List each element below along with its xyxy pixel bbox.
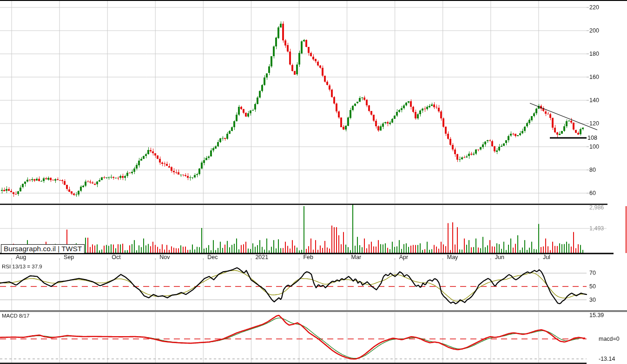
month-label-oct: Oct [112,254,120,260]
chart-stage: 22020018016014012010080602,9861,49370503… [0,0,627,364]
price-axis-tick: 180 [589,51,599,57]
rsi-axis-tick: 50 [589,284,596,290]
price-axis-tick: 200 [589,28,599,34]
month-label-dec: Dec [207,254,218,260]
price-axis-tick: 160 [589,74,599,80]
watermark: Bursagraph.co.il | TWST [1,244,85,254]
rsi-axis-tick: 30 [589,297,596,303]
price-axis-tick: 100 [589,144,599,150]
month-label-jul: Jul [543,254,550,260]
rsi-axis-tick: 70 [589,270,596,276]
price-axis-tick: 80 [589,167,596,173]
month-label-feb: Feb [303,254,313,260]
month-label-jun: Jun [495,254,504,260]
month-label-nov: Nov [159,254,170,260]
price-axis-tick: 60 [589,190,596,196]
volume-axis-tick: 2,986 [589,205,604,211]
month-label-sep: Sep [64,254,74,260]
chart-canvas[interactable] [0,0,627,364]
month-label-apr: Apr [399,254,408,260]
volume-axis-tick: 1,493 [589,226,604,232]
month-label-2021: 2021 [255,254,268,260]
macd-max-tick: 15.39 [589,312,604,318]
month-label-mar: Mar [351,254,362,260]
macd-zero-tick: macd=0 [599,336,620,342]
month-label-may: May [447,254,458,260]
macd-panel-label: MACD 8/17 [2,313,29,319]
month-label-aug: Aug [16,254,26,260]
price-axis-tick: 220 [589,5,599,11]
watermark-text: Bursagraph.co.il | TWST [4,245,82,253]
price-axis-tick: 120 [589,121,599,127]
macd-min-tick: -13.14 [599,356,615,362]
support-price-annotation: 108 [587,135,597,141]
price-axis-tick: 140 [589,98,599,104]
rsi-panel-label: RSI 13/13 = 37.9 [2,264,42,270]
